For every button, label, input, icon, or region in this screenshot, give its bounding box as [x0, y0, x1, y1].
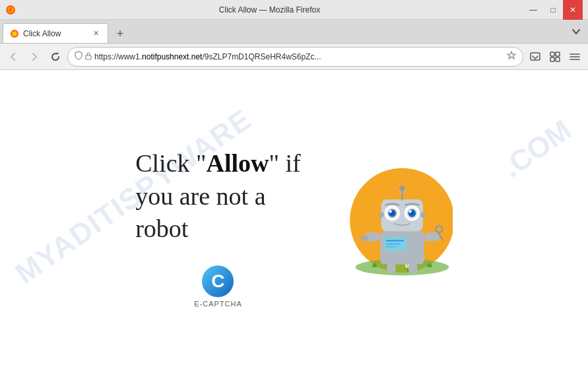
firefox-icon [5, 5, 16, 15]
svg-point-25 [399, 186, 405, 192]
lock-icon [85, 52, 92, 61]
titlebar-left [5, 5, 16, 15]
robot-illustration [341, 160, 453, 295]
active-tab[interactable]: Click Allow ✕ [3, 23, 108, 43]
svg-rect-45 [408, 263, 417, 273]
svg-rect-6 [550, 52, 554, 56]
svg-rect-41 [361, 236, 369, 241]
extensions-icon [549, 51, 561, 63]
url-bar[interactable]: https://www1.notifpushnext.net/9sZLP7mD1… [67, 47, 523, 67]
reload-icon [50, 52, 61, 62]
url-host: notifpushnext.net [142, 52, 202, 61]
robot-svg [341, 160, 453, 292]
more-tools-button[interactable] [566, 48, 584, 66]
text-section: Click "Allow" if you are not a robot C E… [135, 147, 301, 307]
main-heading-line2: you are not a [135, 180, 301, 213]
bookmark-star-icon[interactable] [507, 51, 516, 62]
url-text: https://www1.notifpushnext.net/9sZLP7mD1… [94, 52, 504, 61]
content-wrapper: Click "Allow" if you are not a robot C E… [0, 134, 588, 320]
titlebar: Click Allow — Mozilla Firefox — □ ✕ [0, 0, 588, 20]
main-heading-line3: robot [135, 213, 301, 245]
svg-point-38 [378, 213, 383, 218]
maximize-button[interactable]: □ [543, 0, 563, 20]
svg-point-39 [420, 213, 426, 218]
captcha-section: C E-CAPTCHA [135, 265, 301, 308]
svg-point-3 [13, 31, 17, 36]
svg-rect-8 [550, 57, 554, 61]
minimize-button[interactable]: — [523, 0, 543, 20]
new-tab-button[interactable]: + [111, 24, 129, 43]
svg-point-16 [407, 265, 408, 267]
tab-favicon [10, 29, 19, 38]
page-content: MYADITISPYWARE .COM Click "Allow" if you… [0, 70, 588, 385]
main-heading-line1: Click "Allow" if [135, 147, 301, 180]
svg-rect-9 [556, 57, 560, 61]
shield-icon [75, 51, 82, 62]
titlebar-controls: — □ ✕ [523, 0, 583, 20]
titlebar-title: Click Allow — Mozilla Firefox [16, 5, 523, 15]
svg-point-37 [410, 213, 412, 215]
nav-right-icons [526, 48, 584, 66]
pocket-button[interactable] [526, 48, 544, 66]
svg-point-32 [391, 213, 393, 215]
extensions-button[interactable] [546, 48, 564, 66]
pocket-icon [529, 51, 541, 63]
svg-rect-7 [556, 52, 560, 56]
forward-icon [29, 52, 40, 62]
captcha-icon: C [202, 265, 234, 297]
allow-word: Allow [207, 149, 269, 177]
back-button[interactable] [4, 48, 22, 66]
svg-rect-4 [86, 55, 91, 59]
more-tools-icon [569, 51, 581, 63]
main-heading: Click "Allow" if you are not a robot [135, 147, 301, 245]
back-icon [8, 52, 18, 62]
svg-rect-44 [387, 263, 395, 273]
tab-label: Click Allow [23, 29, 86, 38]
captcha-label: E-CAPTCHA [194, 300, 242, 308]
forward-button[interactable] [25, 48, 44, 66]
close-button[interactable]: ✕ [563, 0, 583, 20]
tab-list-button[interactable] [567, 22, 585, 41]
chevron-down-icon [572, 27, 581, 36]
svg-rect-42 [424, 232, 439, 241]
tab-close-button[interactable]: ✕ [90, 28, 101, 39]
navbar: https://www1.notifpushnext.net/9sZLP7mD1… [0, 44, 588, 70]
reload-button[interactable] [46, 48, 65, 66]
tabbar: Click Allow ✕ + [0, 20, 588, 44]
